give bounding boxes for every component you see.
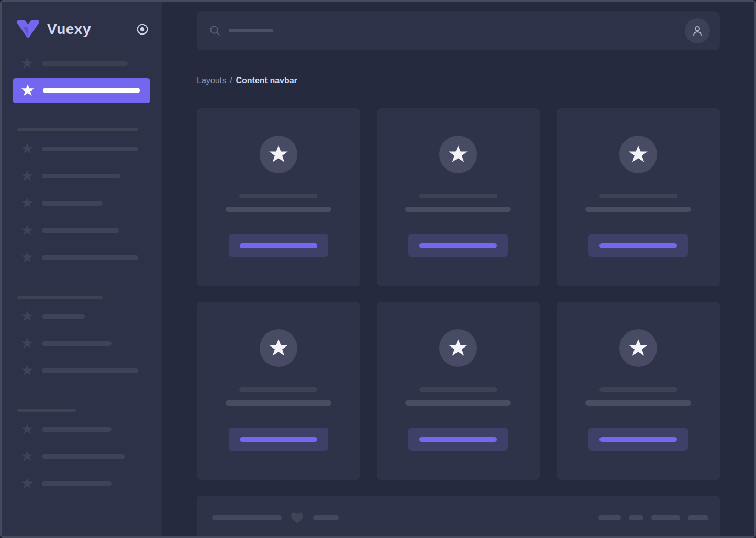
menu-item-label-placeholder [42, 454, 125, 459]
star-icon [21, 310, 34, 322]
card-subtitle-placeholder [226, 207, 331, 212]
footer-text-placeholder [313, 515, 339, 520]
card-subtitle-placeholder [405, 207, 511, 212]
record-circle-icon [136, 23, 149, 36]
star-icon [21, 423, 34, 435]
sidebar-menu-item[interactable] [21, 142, 162, 155]
sidebar-menu-group [2, 128, 162, 264]
card-action-button[interactable] [588, 428, 688, 451]
sidebar-toggle-button[interactable] [136, 23, 149, 36]
card-action-button[interactable] [588, 234, 688, 257]
sidebar-menu-item[interactable] [21, 197, 162, 209]
card-avatar [439, 136, 477, 173]
sidebar-menu-item[interactable] [21, 170, 162, 182]
menu-item-label-placeholder [42, 201, 103, 206]
card-subtitle-placeholder [226, 400, 331, 406]
button-label-placeholder [419, 243, 497, 248]
menu-item-label-placeholder [42, 255, 138, 260]
card-subtitle-placeholder [585, 207, 691, 212]
sidebar-menu-group [2, 296, 162, 377]
sidebar-menu-item[interactable] [21, 337, 162, 350]
menu-item-label-placeholder [42, 368, 138, 373]
demo-card [377, 302, 540, 480]
button-label-placeholder [240, 437, 317, 442]
menu-item-label-placeholder [42, 174, 120, 178]
sidebar-menu-item[interactable] [21, 224, 162, 237]
card-action-button[interactable] [229, 428, 328, 451]
sidebar-menu-item[interactable] [21, 57, 162, 70]
magnifier-icon [209, 25, 221, 37]
star-icon [628, 338, 648, 358]
footer-link-placeholder [598, 515, 621, 520]
star-icon [269, 144, 288, 164]
card-action-button[interactable] [229, 234, 328, 257]
app-window: Vuexy [0, 0, 756, 538]
star-icon [21, 450, 34, 463]
sidebar-menu-item[interactable] [21, 423, 162, 435]
demo-card [197, 302, 360, 480]
card-action-button[interactable] [408, 234, 508, 257]
card-avatar [260, 136, 297, 173]
card-action-button[interactable] [408, 428, 508, 451]
demo-card [377, 108, 540, 286]
sidebar-menu-item[interactable] [21, 364, 162, 377]
star-icon [21, 224, 34, 237]
footer-card [197, 496, 720, 536]
button-label-placeholder [240, 243, 317, 248]
breadcrumb: Layouts/Content navbar [197, 76, 720, 85]
card-title-placeholder [419, 387, 497, 392]
person-icon [691, 24, 704, 38]
menu-item-label-placeholder [42, 341, 112, 346]
star-icon [448, 338, 468, 358]
heart-icon [291, 512, 304, 524]
user-avatar[interactable] [685, 18, 710, 43]
card-avatar [619, 329, 657, 367]
demo-card [197, 108, 360, 286]
card-title-placeholder [239, 194, 317, 198]
star-icon [21, 57, 34, 70]
sidebar-menu-item[interactable] [21, 251, 162, 264]
card-subtitle-placeholder [585, 400, 691, 406]
star-icon [21, 197, 34, 209]
search-button[interactable] [209, 25, 221, 37]
star-icon [21, 142, 34, 155]
star-icon [21, 364, 34, 377]
card-avatar [439, 329, 477, 367]
vuexy-logo-icon [16, 20, 40, 38]
footer-link-placeholder [651, 515, 680, 520]
sidebar-menu-item[interactable] [21, 310, 162, 322]
menu-item-label-placeholder [42, 481, 112, 486]
button-label-placeholder [419, 437, 497, 442]
sidebar-menu-item[interactable] [21, 477, 162, 490]
main-content: Layouts/Content navbar [162, 2, 754, 536]
menu-item-label-placeholder [42, 427, 112, 432]
menu-item-label-placeholder [42, 61, 128, 66]
card-subtitle-placeholder [405, 400, 511, 406]
sidebar-menu-item[interactable] [21, 450, 162, 463]
button-label-placeholder [599, 243, 677, 248]
sidebar: Vuexy [2, 2, 162, 536]
demo-card [557, 108, 720, 286]
menu-section-placeholder [17, 296, 103, 299]
menu-item-label-placeholder [42, 147, 138, 151]
footer-text-placeholder [212, 515, 282, 520]
card-avatar [619, 136, 657, 173]
card-title-placeholder [239, 387, 317, 392]
active-item-label-placeholder [43, 88, 140, 93]
card-title-placeholder [599, 387, 677, 392]
card-grid [197, 108, 720, 480]
sidebar-active-menu-item[interactable] [13, 78, 150, 103]
sidebar-header: Vuexy [2, 2, 162, 38]
star-icon [21, 84, 35, 97]
star-icon [628, 144, 648, 164]
card-avatar [260, 329, 297, 367]
button-label-placeholder [599, 437, 677, 442]
sidebar-menu [2, 57, 162, 490]
star-icon [448, 144, 468, 164]
menu-section-placeholder [17, 409, 76, 412]
breadcrumb-link[interactable]: Layouts [197, 76, 226, 85]
breadcrumb-separator: / [230, 76, 232, 85]
card-title-placeholder [599, 194, 677, 198]
star-icon [21, 477, 34, 490]
footer-link-placeholder [629, 515, 643, 520]
